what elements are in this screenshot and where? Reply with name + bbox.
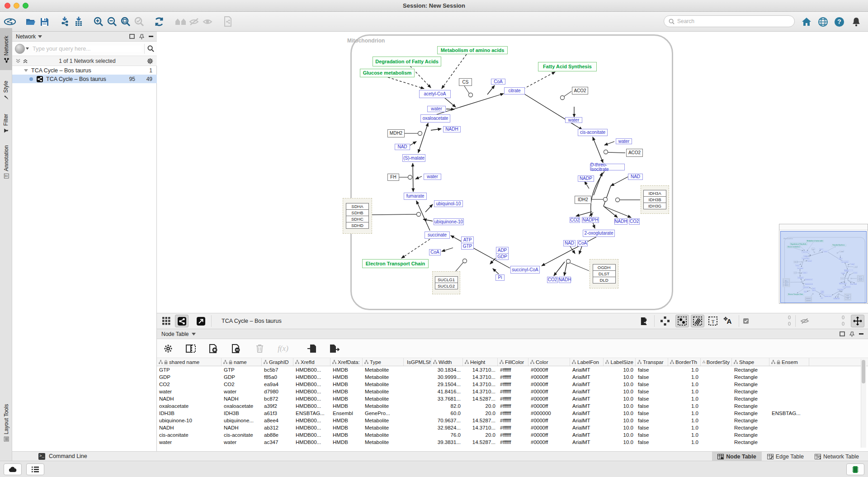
- enzyme-subunit-node[interactable]: IDH3A: [643, 190, 666, 197]
- show-all-icon[interactable]: [202, 15, 214, 28]
- delete-rows-trash-icon[interactable]: [254, 343, 265, 354]
- metabolite-node[interactable]: water: [616, 138, 632, 144]
- metabolite-node[interactable]: ATP: [461, 236, 474, 243]
- float-table-icon[interactable]: [840, 331, 845, 336]
- import-table-icon[interactable]: [72, 15, 85, 28]
- enzyme-complex-group[interactable]: IDH3AIDH3BIDH3G: [641, 185, 669, 214]
- metabolite-node[interactable]: water: [427, 106, 446, 112]
- fit-content-icon[interactable]: [658, 315, 672, 327]
- select-edges-icon[interactable]: [691, 315, 704, 327]
- enzyme-subunit-node[interactable]: SDHA: [346, 203, 369, 210]
- metabolite-node[interactable]: GTP: [461, 243, 474, 250]
- command-line-label[interactable]: Command Line: [49, 453, 87, 459]
- metabolite-node[interactable]: acetyl-CoA: [419, 90, 451, 98]
- global-search-field[interactable]: [664, 15, 795, 27]
- column-header-name[interactable]: name: [222, 358, 262, 366]
- hide-selected-icon[interactable]: [188, 15, 201, 28]
- first-neighbors-icon[interactable]: [174, 15, 189, 28]
- search-provider-globe-icon[interactable]: [15, 44, 25, 54]
- select-nodes-icon[interactable]: [675, 315, 689, 327]
- metabolite-node[interactable]: CoA: [577, 240, 588, 246]
- cloud-icon[interactable]: [4, 463, 22, 475]
- enzyme-node[interactable]: IDH2: [575, 196, 591, 204]
- metabolite-node[interactable]: NAD: [395, 144, 410, 150]
- pathway-node[interactable]: Glucose metabolism: [360, 69, 415, 77]
- import-network-icon[interactable]: [59, 15, 71, 28]
- metabolite-node[interactable]: NAD: [628, 174, 643, 180]
- open-session-icon[interactable]: [24, 15, 37, 28]
- enzyme-complex-group[interactable]: SDHASDHBSDHCSDHD: [343, 198, 372, 234]
- cytoscape-logo-icon[interactable]: [4, 15, 16, 28]
- save-session-icon[interactable]: [38, 15, 51, 28]
- enzyme-complex-group[interactable]: OGDHDLSTDLD: [590, 259, 618, 288]
- metabolite-node[interactable]: water: [424, 174, 441, 180]
- enzyme-subunit-node[interactable]: SUCLG1: [435, 276, 458, 283]
- pathway-node[interactable]: Electron Transport Chain: [362, 259, 429, 268]
- network-query-input[interactable]: [33, 46, 142, 52]
- column-header-isgpmlsh[interactable]: IsGPMLSh: [404, 358, 431, 366]
- tab-annotation[interactable]: TAnnotation: [0, 141, 12, 183]
- metabolite-node[interactable]: oxaloacetate: [420, 114, 450, 123]
- metabolite-node[interactable]: NAD: [563, 240, 576, 246]
- metabolite-node[interactable]: water: [565, 117, 582, 123]
- pin-panel-icon[interactable]: [139, 34, 144, 39]
- show-columns-icon[interactable]: [185, 343, 197, 354]
- enzyme-complex-group[interactable]: SUCLG1SUCLG2: [432, 271, 460, 294]
- metabolite-node[interactable]: CO2: [629, 218, 640, 225]
- network-view-canvas[interactable]: MitochondrionSDHASDHBSDHCSDHDSUCLG1SUCLG…: [157, 32, 868, 313]
- metabolite-node[interactable]: D-threo-Isocitrate: [590, 164, 625, 170]
- detach-view-icon[interactable]: [194, 315, 208, 327]
- table-row[interactable]: waterwaterd7980HMDB00...HMDBMetabolite41…: [157, 388, 868, 395]
- metabolite-node[interactable]: cis-aconitate: [578, 129, 608, 136]
- enzyme-subunit-node[interactable]: IDH3G: [643, 203, 666, 209]
- metabolite-node[interactable]: 2-oxoglutarate: [583, 230, 615, 237]
- metabolite-node[interactable]: NADH: [443, 126, 461, 132]
- minimize-table-icon[interactable]: [859, 333, 863, 335]
- metabolite-node[interactable]: ADP: [496, 247, 509, 254]
- metabolite-node[interactable]: NADH: [614, 218, 627, 225]
- table-row[interactable]: cis-aconitatecis-aconitateab88eHMDB00...…: [157, 431, 868, 439]
- refresh-icon[interactable]: [153, 15, 165, 28]
- function-builder-icon[interactable]: f(x): [277, 343, 289, 354]
- float-panel-icon[interactable]: [129, 34, 135, 39]
- delete-column-icon[interactable]: [230, 343, 242, 354]
- table-row[interactable]: GDPGDPf85a0HMDB00...HMDBMetabolite30.999…: [157, 373, 868, 381]
- gear-icon[interactable]: [147, 58, 153, 64]
- network-view-icon[interactable]: [175, 315, 189, 327]
- metabolite-node[interactable]: succinyl-CoA: [510, 266, 540, 274]
- table-row[interactable]: NADHNADHbc872HMDB00...HMDBMetabolite33.7…: [157, 395, 868, 402]
- pathway-node[interactable]: Metabolism of amino acids: [437, 46, 508, 54]
- chevron-down-icon[interactable]: [38, 35, 42, 38]
- enzyme-subunit-node[interactable]: DLD: [593, 277, 616, 283]
- birds-eye-view-panel[interactable]: MitochondrionSDHASDHBSDHCSDHDSUCLG1SUCLG…: [779, 224, 868, 304]
- metabolite-node[interactable]: CO2: [547, 277, 558, 283]
- column-header-labelfon[interactable]: LabelFon: [570, 358, 604, 366]
- column-header-type[interactable]: Type: [363, 358, 404, 366]
- table-settings-gear-icon[interactable]: [162, 343, 174, 354]
- table-row[interactable]: waterwaterac347HMDB00...HMDBMetabolite39…: [157, 439, 868, 446]
- expand-all-icon[interactable]: [23, 59, 28, 63]
- minimize-panel-icon[interactable]: [149, 36, 153, 37]
- import-table-file-icon[interactable]: [306, 343, 318, 354]
- select-annotations-icon[interactable]: T: [706, 315, 720, 327]
- column-header-height[interactable]: Height: [463, 358, 498, 366]
- pathway-node[interactable]: Degradation of Fatty Acids: [373, 57, 441, 66]
- metabolite-node[interactable]: Pi: [495, 274, 505, 281]
- zoom-fit-icon[interactable]: [119, 15, 132, 28]
- memory-status-icon[interactable]: [846, 463, 864, 475]
- global-search-input[interactable]: [677, 18, 786, 24]
- enzyme-subunit-node[interactable]: OGDH: [593, 264, 616, 271]
- create-column-icon[interactable]: [208, 343, 219, 354]
- crosshair-icon[interactable]: [851, 315, 864, 327]
- metabolite-node[interactable]: CoA: [491, 79, 505, 85]
- grid-view-icon[interactable]: [160, 315, 173, 327]
- metabolite-node[interactable]: citrate: [504, 87, 525, 94]
- column-header-width[interactable]: Width: [431, 358, 463, 366]
- export-image-icon[interactable]: [637, 315, 651, 327]
- table-row[interactable]: CO2CO2ea9a4HMDB00...HMDBMetabolite29.150…: [157, 381, 868, 388]
- column-header-borderth[interactable]: BorderTh: [668, 358, 701, 366]
- table-row[interactable]: IDH3BIDH3Ba61f3ENSBTAG...EnsemblGenePro.…: [157, 410, 868, 417]
- zoom-out-icon[interactable]: [106, 15, 118, 28]
- zoom-selected-icon[interactable]: [133, 15, 146, 28]
- column-header-fillcolor[interactable]: FillColor: [498, 358, 528, 366]
